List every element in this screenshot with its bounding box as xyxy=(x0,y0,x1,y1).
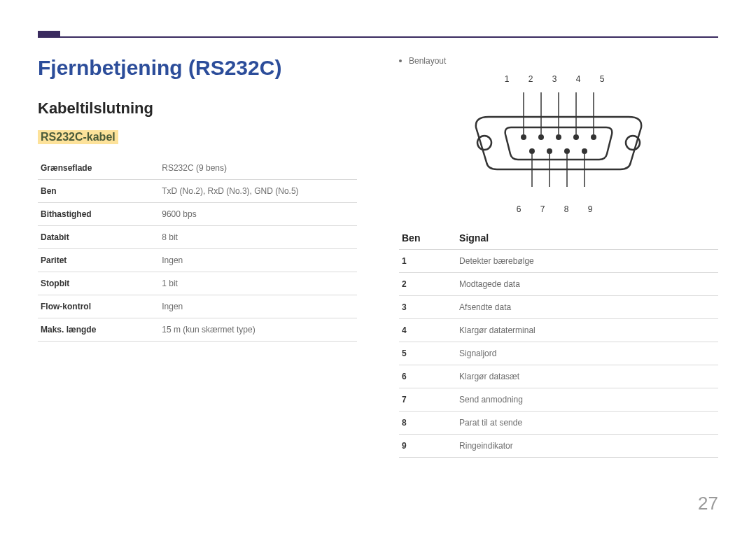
benlayout-label: Benlayout xyxy=(409,56,446,66)
spec-key: Ben xyxy=(38,180,159,203)
table-row: Maks. længde15 m (kun skærmet type) xyxy=(38,318,357,342)
signal-pin: 1 xyxy=(399,250,456,273)
spec-key: Maks. længde xyxy=(38,318,159,342)
table-row: 9Ringeindikator xyxy=(399,435,718,458)
svg-point-4 xyxy=(556,134,561,140)
table-row: 5Signaljord xyxy=(399,342,718,365)
table-row: 6Klargør datasæt xyxy=(399,365,718,388)
table-row: Stopbit1 bit xyxy=(38,272,357,295)
signal-header-pin: Ben xyxy=(399,227,456,250)
svg-point-8 xyxy=(547,148,552,154)
table-row: ParitetIngen xyxy=(38,249,357,272)
left-column: Fjernbetjening (RS232C) Kabeltilslutning… xyxy=(38,56,357,506)
table-row: GrænsefladeRS232C (9 bens) xyxy=(38,157,357,180)
svg-point-6 xyxy=(591,134,596,140)
table-row: 8Parat til at sende xyxy=(399,412,718,435)
svg-point-9 xyxy=(564,148,570,154)
spec-value: TxD (No.2), RxD (No.3), GND (No.5) xyxy=(159,180,357,203)
subsection-heading: RS232C-kabel xyxy=(38,130,118,144)
signal-pin: 2 xyxy=(399,273,456,296)
section-heading: Kabeltilslutning xyxy=(38,99,357,118)
pin-labels-top: 1 2 3 4 5 xyxy=(399,74,718,84)
spec-key: Bithastighed xyxy=(38,203,159,226)
header-rule xyxy=(38,36,718,38)
signal-name: Modtagede data xyxy=(456,273,718,296)
spec-table: GrænsefladeRS232C (9 bens)BenTxD (No.2),… xyxy=(38,157,357,342)
signal-pin: 6 xyxy=(399,365,456,388)
signal-name: Send anmodning xyxy=(456,388,718,412)
page-title: Fjernbetjening (RS232C) xyxy=(38,56,357,80)
table-row: 2Modtagede data xyxy=(399,273,718,296)
signal-pin: 4 xyxy=(399,319,456,342)
svg-point-7 xyxy=(529,148,535,154)
signal-name: Detekter bærebølge xyxy=(456,250,718,273)
signal-name: Klargør dataterminal xyxy=(456,319,718,342)
signal-pin: 8 xyxy=(399,412,456,435)
signal-name: Afsendte data xyxy=(456,296,718,319)
svg-point-2 xyxy=(521,134,526,140)
svg-point-1 xyxy=(626,136,640,150)
signal-name: Klargør datasæt xyxy=(456,365,718,388)
page-number: 27 xyxy=(698,493,718,514)
table-row: Databit8 bit xyxy=(38,226,357,249)
svg-point-3 xyxy=(538,134,544,140)
spec-value: 15 m (kun skærmet type) xyxy=(159,318,357,342)
page-content: Fjernbetjening (RS232C) Kabeltilslutning… xyxy=(38,56,718,506)
signal-pin: 3 xyxy=(399,296,456,319)
svg-point-10 xyxy=(582,148,587,154)
table-row: Flow-kontrolIngen xyxy=(38,295,357,318)
benlayout-bullet: Benlayout xyxy=(399,56,718,66)
signal-table: Ben Signal 1Detekter bærebølge2Modtagede… xyxy=(399,227,718,458)
db9-connector-diagram xyxy=(468,85,650,190)
spec-value: RS232C (9 bens) xyxy=(159,157,357,180)
signal-name: Ringeindikator xyxy=(456,435,718,458)
spec-value: Ingen xyxy=(159,295,357,318)
table-row: Bithastighed9600 bps xyxy=(38,203,357,226)
pin-labels-bottom: 6 7 8 9 xyxy=(399,204,718,214)
table-row: 1Detekter bærebølge xyxy=(399,250,718,273)
spec-value: Ingen xyxy=(159,249,357,272)
table-row: BenTxD (No.2), RxD (No.3), GND (No.5) xyxy=(38,180,357,203)
signal-name: Signaljord xyxy=(456,342,718,365)
table-row: 7Send anmodning xyxy=(399,388,718,412)
signal-pin: 5 xyxy=(399,342,456,365)
spec-key: Flow-kontrol xyxy=(38,295,159,318)
svg-point-0 xyxy=(477,136,491,150)
spec-key: Grænseflade xyxy=(38,157,159,180)
signal-pin: 7 xyxy=(399,388,456,412)
svg-point-5 xyxy=(573,134,579,140)
spec-key: Stopbit xyxy=(38,272,159,295)
table-row: 4Klargør dataterminal xyxy=(399,319,718,342)
spec-value: 1 bit xyxy=(159,272,357,295)
spec-value: 9600 bps xyxy=(159,203,357,226)
bullet-icon xyxy=(399,59,402,62)
signal-pin: 9 xyxy=(399,435,456,458)
table-row: 3Afsendte data xyxy=(399,296,718,319)
right-column: Benlayout 1 2 3 4 5 xyxy=(399,56,718,506)
signal-header-signal: Signal xyxy=(456,227,718,250)
spec-key: Paritet xyxy=(38,249,159,272)
spec-key: Databit xyxy=(38,226,159,249)
spec-value: 8 bit xyxy=(159,226,357,249)
signal-name: Parat til at sende xyxy=(456,412,718,435)
